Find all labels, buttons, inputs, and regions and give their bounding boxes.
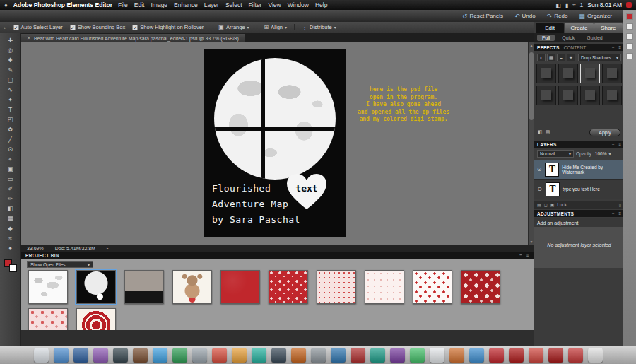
effects-title[interactable]: EFFECTS xyxy=(537,45,560,50)
status-menu-arrow-icon[interactable]: ▸ xyxy=(107,246,109,250)
battery-icon[interactable]: ▮ xyxy=(565,2,568,8)
redo-button[interactable]: ↷ Redo xyxy=(547,13,568,20)
thumbnail-red-floral[interactable] xyxy=(269,270,308,304)
type-tool[interactable]: T xyxy=(5,106,16,114)
organizer-button[interactable]: ▦ Organizer xyxy=(579,13,612,20)
effect-thumbnail-4[interactable] xyxy=(602,64,622,83)
dock-icon-5[interactable] xyxy=(113,348,128,363)
paint-bucket-tool[interactable]: ◧ xyxy=(5,205,16,213)
cookie-cutter-tool[interactable]: ✿ xyxy=(5,126,16,134)
dock-icon-11[interactable] xyxy=(232,348,247,363)
straighten-tool[interactable]: ╱ xyxy=(5,136,16,143)
menu-view[interactable]: View xyxy=(268,1,281,8)
collapse-icon[interactable]: − xyxy=(612,211,615,216)
dock-icon-8[interactable] xyxy=(172,348,187,363)
desktop-file-icon[interactable] xyxy=(626,23,633,30)
desktop-file-icon[interactable] xyxy=(626,43,633,49)
opacity-value[interactable]: 100% xyxy=(595,151,607,156)
dock-icon-9[interactable] xyxy=(192,348,207,363)
thumbnail-red-medallion[interactable] xyxy=(76,308,116,330)
thumbnail-red-damask[interactable] xyxy=(461,270,500,304)
dock-icon-10[interactable] xyxy=(212,348,227,363)
menu-clock[interactable]: Sun 8:01 AM xyxy=(587,1,622,8)
dock-icon-3[interactable] xyxy=(73,348,88,363)
apply-button[interactable]: Apply xyxy=(589,129,620,136)
panel-menu-icon[interactable]: ≡ xyxy=(618,142,621,146)
smart-brush-tool[interactable]: ✏ xyxy=(5,195,16,203)
dock-icon-28[interactable] xyxy=(568,348,583,363)
desktop-file-icon[interactable] xyxy=(626,13,633,20)
dock-icon-21[interactable] xyxy=(430,348,444,363)
magic-wand-tool[interactable]: ✦ xyxy=(5,96,16,104)
apple-menu-icon[interactable]: ● xyxy=(4,2,8,8)
desktop-file-icon[interactable] xyxy=(626,33,633,40)
tab-edit[interactable]: Edit xyxy=(536,23,564,33)
checkbox-auto-select-layer[interactable]: ✓Auto Select Layer xyxy=(13,24,63,30)
dock-icon-18[interactable] xyxy=(370,348,385,363)
effect-thumbnail-2[interactable] xyxy=(558,64,578,83)
dock-icon-2[interactable] xyxy=(54,348,69,363)
panel-menu-icon[interactable]: ≡ xyxy=(618,211,621,216)
dock-icon-27[interactable] xyxy=(548,348,563,363)
dock-icon-16[interactable] xyxy=(331,348,346,363)
menu-select[interactable]: Select xyxy=(225,1,242,8)
dock-icon-26[interactable] xyxy=(529,348,543,363)
blur-tool[interactable]: ≈ xyxy=(5,235,16,242)
dock-icon-23[interactable] xyxy=(469,348,484,363)
wifi-icon[interactable]: ≈ xyxy=(572,2,575,8)
brush-tool[interactable]: ✐ xyxy=(5,185,16,193)
effect-thumbnail-5[interactable] xyxy=(536,86,556,105)
close-icon[interactable]: ✕ xyxy=(27,35,31,41)
dock-icon-17[interactable] xyxy=(351,348,365,363)
collapse-icon[interactable]: − xyxy=(519,253,522,257)
star-category-icon[interactable]: ✦ xyxy=(567,54,575,61)
add-adjustment-label[interactable]: Add an adjustment xyxy=(534,218,624,227)
menu-help[interactable]: Help xyxy=(315,1,327,8)
dock-icon-12[interactable] xyxy=(252,348,266,363)
drop-shadow-category-icon[interactable]: ◐ xyxy=(537,54,546,61)
favorites-icon[interactable]: ◧ xyxy=(538,129,543,135)
dock-icon-22[interactable] xyxy=(449,348,464,363)
sponge-tool[interactable]: ● xyxy=(5,245,16,252)
desktop-file-icon[interactable] xyxy=(626,53,633,59)
dock-icon-4[interactable] xyxy=(93,348,108,363)
bevel-category-icon[interactable]: ▦ xyxy=(547,54,555,61)
collapse-icon[interactable]: − xyxy=(612,45,615,49)
healing-brush-tool[interactable]: ⌖ xyxy=(5,155,16,163)
display-icon[interactable]: ◧ xyxy=(555,2,561,8)
thumbnail-bear-stamp[interactable] xyxy=(172,270,212,304)
glow-category-icon[interactable]: ◒ xyxy=(557,54,565,61)
zoom-tool[interactable]: ◎ xyxy=(5,47,16,54)
subtab-quick[interactable]: Quick xyxy=(557,35,579,41)
lock-transparency-icon[interactable]: ◻ xyxy=(544,202,548,207)
panel-menu-icon[interactable]: ≡ xyxy=(526,253,529,257)
checkbox-show-bounding-box[interactable]: ✓Show Bounding Box xyxy=(70,24,126,30)
eyedropper-tool[interactable]: ✎ xyxy=(5,66,16,74)
thumbnail-pink-floral[interactable] xyxy=(28,308,68,330)
eye-icon[interactable]: ⊙ xyxy=(536,166,542,172)
collapse-icon[interactable]: − xyxy=(612,142,615,146)
zoom-level[interactable]: 33.69% xyxy=(27,246,44,251)
clone-stamp-tool[interactable]: ▣ xyxy=(5,165,16,173)
move-tool[interactable]: ✚ xyxy=(5,37,16,45)
menu-enhance[interactable]: Enhance xyxy=(174,1,198,8)
dock-icon-15[interactable] xyxy=(311,348,326,363)
arrange-dropdown[interactable]: ▣ Arrange ▾ xyxy=(211,24,249,30)
effects-type-dropdown[interactable]: Drop Shadows ▾ xyxy=(578,54,621,61)
lock-all-icon[interactable]: ▣ xyxy=(550,202,555,207)
shape-tool[interactable]: ◆ xyxy=(5,225,16,233)
dock-icon-14[interactable] xyxy=(291,348,306,363)
menu-filter[interactable]: Filter xyxy=(249,1,262,8)
dock-icon-19[interactable] xyxy=(390,348,405,363)
dock-icon-29[interactable] xyxy=(588,348,603,363)
checkbox-show-highlight-on-rollover[interactable]: ✓Show Highlight on Rollover xyxy=(132,24,204,30)
content-tab[interactable]: CONTENT xyxy=(564,45,586,50)
menu-window[interactable]: Window xyxy=(288,1,309,8)
panel-menu-icon[interactable]: ≡ xyxy=(618,45,621,49)
effect-thumbnail-8[interactable] xyxy=(602,86,622,105)
crop-tool[interactable]: ◰ xyxy=(5,116,16,124)
background-color-swatch[interactable] xyxy=(9,264,17,272)
menu-image[interactable]: Image xyxy=(151,1,167,8)
red-eye-removal-tool[interactable]: ⊙ xyxy=(5,146,16,153)
eye-icon[interactable]: ⊙ xyxy=(536,186,543,192)
